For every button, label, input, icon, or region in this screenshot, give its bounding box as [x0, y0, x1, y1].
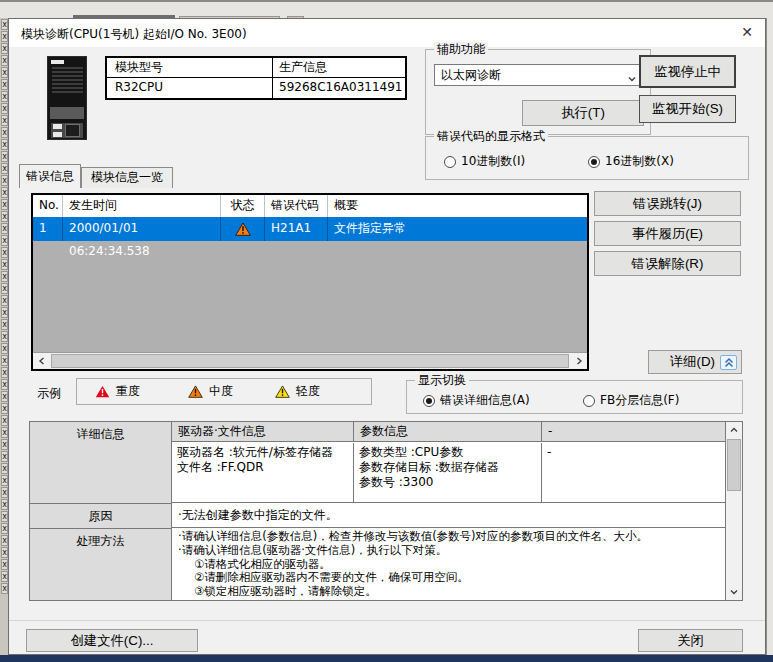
- toolbar-x-icon[interactable]: x: [1, 271, 8, 282]
- toolbar-x-icon[interactable]: x: [1, 499, 8, 510]
- toolbar-x-icon[interactable]: x: [1, 31, 8, 42]
- col-no: No.: [33, 195, 63, 217]
- toolbar-x-icon[interactable]: x: [1, 283, 8, 294]
- radio-checked-icon: [423, 395, 435, 407]
- aux-functions-group: 辅助功能 以太网诊断 执行(T): [425, 49, 651, 135]
- tab-error-info[interactable]: 错误信息: [19, 164, 81, 188]
- toolbar-x-icon[interactable]: x: [1, 43, 8, 54]
- toolbar-x-icon[interactable]: x: [1, 451, 8, 462]
- toolbar-x-icon[interactable]: x: [1, 523, 8, 534]
- row-time: 2000/01/01 06:24:34.538: [63, 217, 221, 241]
- warning-minor-icon: [275, 385, 290, 398]
- radio-fb-hierarchy-label: FB分层信息(F): [600, 392, 679, 409]
- aux-function-select[interactable]: 以太网诊断: [434, 64, 644, 86]
- toolbar-x-icon[interactable]: x: [1, 67, 8, 78]
- horizontal-scrollbar[interactable]: [33, 352, 587, 369]
- toolbar-x-icon[interactable]: x: [1, 19, 8, 30]
- toolbar-x-icon[interactable]: x: [1, 115, 8, 126]
- radio-icon: [444, 156, 456, 168]
- toolbar-x-icon[interactable]: x: [1, 259, 8, 270]
- radio-error-detail-info[interactable]: 错误详细信息(A): [423, 392, 530, 409]
- scroll-down-icon[interactable]: [726, 584, 742, 600]
- detail-toggle-button[interactable]: 详细(D): [648, 350, 742, 374]
- scroll-left-icon[interactable]: [33, 353, 50, 369]
- create-file-button[interactable]: 创建文件(C)...: [26, 629, 198, 652]
- toolbar-x-icon[interactable]: x: [1, 199, 8, 210]
- toolbar-x-icon[interactable]: x: [1, 91, 8, 102]
- scrollbar-thumb[interactable]: [51, 354, 569, 368]
- toolbar-x-icon[interactable]: x: [1, 355, 8, 366]
- toolbar-x-icon[interactable]: x: [1, 175, 8, 186]
- toolbar-x-icon[interactable]: x: [1, 463, 8, 474]
- error-jump-button[interactable]: 错误跳转(J): [594, 191, 741, 216]
- monitor-stop-button[interactable]: 监视停止中: [639, 55, 736, 88]
- scroll-up-icon[interactable]: [726, 422, 742, 438]
- third-header: -: [542, 422, 726, 441]
- toolbar-x-icon[interactable]: x: [1, 379, 8, 390]
- radio-hexadecimal[interactable]: 16进制数(X): [588, 153, 674, 170]
- toolbar-x-icon[interactable]: x: [1, 547, 8, 558]
- toolbar-x-icon[interactable]: x: [1, 475, 8, 486]
- error-list-header: No. 发生时间 状态 错误代码 概要: [33, 195, 587, 217]
- module-model-value: R32CPU: [107, 78, 273, 98]
- action-line: ①请格式化相应的驱动器。: [178, 558, 720, 572]
- toolbar-x-icon[interactable]: x: [1, 439, 8, 450]
- vertical-scrollbar[interactable]: [725, 422, 742, 600]
- action-line: ③锁定相应驱动器时，请解除锁定。: [178, 585, 720, 599]
- toolbar-x-icon[interactable]: x: [1, 319, 8, 330]
- background-window-top: [0, 0, 773, 18]
- production-info-value: 59268C16A0311491: [273, 78, 405, 98]
- toolbar-x-icon[interactable]: x: [1, 151, 8, 162]
- warning-severe-icon: [95, 385, 110, 398]
- table-row[interactable]: 1 2000/01/01 06:24:34.538 H21A1 文件指定异常: [33, 217, 587, 241]
- toolbar-x-icon[interactable]: x: [1, 367, 8, 378]
- toolbar-x-icon[interactable]: x: [1, 415, 8, 426]
- chevron-down-icon: [627, 70, 637, 90]
- toolbar-x-icon[interactable]: x: [1, 187, 8, 198]
- radio-fb-hierarchy[interactable]: FB分层信息(F): [583, 392, 679, 409]
- toolbar-x-icon[interactable]: x: [1, 427, 8, 438]
- footer-separator: [9, 620, 765, 621]
- toolbar-x-icon[interactable]: x: [1, 511, 8, 522]
- toolbar-x-icon[interactable]: x: [1, 55, 8, 66]
- toolbar-x-icon[interactable]: x: [1, 535, 8, 546]
- radio-decimal[interactable]: 10进制数(I): [444, 153, 525, 170]
- toolbar-x-icon[interactable]: x: [1, 307, 8, 318]
- toolbar-x-icon[interactable]: x: [1, 235, 8, 246]
- toolbar-x-icon[interactable]: x: [1, 127, 8, 138]
- module-connector-decor: [51, 123, 83, 138]
- toolbar-x-icon[interactable]: x: [1, 247, 8, 258]
- monitor-start-button[interactable]: 监视开始(S): [639, 95, 736, 123]
- scroll-right-icon[interactable]: [570, 353, 587, 369]
- col-time: 发生时间: [63, 195, 221, 217]
- toolbar-x-icon[interactable]: x: [1, 343, 8, 354]
- action-line: ·请确认详细信息(参数信息)，检查并修改与该数值(参数号)对应的参数项目的文件名…: [178, 530, 720, 544]
- error-clear-button[interactable]: 错误解除(R): [594, 251, 741, 276]
- toolbar-x-icon[interactable]: x: [1, 163, 8, 174]
- toolbar-x-icon[interactable]: x: [1, 559, 8, 570]
- toolbar-x-icon[interactable]: x: [1, 487, 8, 498]
- severity-legend: 重度 中度 轻度: [76, 378, 372, 405]
- scrollbar-thumb[interactable]: [727, 439, 741, 491]
- toolbar-x-icon[interactable]: x: [1, 583, 8, 594]
- toolbar-x-icon[interactable]: x: [1, 139, 8, 150]
- drive-name-line: 驱动器名 :软元件/标签存储器: [177, 445, 348, 460]
- row-code: H21A1: [265, 217, 328, 241]
- execute-button[interactable]: 执行(T): [522, 100, 644, 126]
- toolbar-x-icon[interactable]: x: [1, 403, 8, 414]
- toolbar-x-icon[interactable]: x: [1, 79, 8, 90]
- close-button[interactable]: 关闭: [638, 629, 743, 652]
- toolbar-x-icon[interactable]: x: [1, 211, 8, 222]
- toolbar-x-icon[interactable]: x: [1, 331, 8, 342]
- tab-module-info-list[interactable]: 模块信息一览: [81, 167, 173, 188]
- toolbar-x-icon[interactable]: x: [1, 223, 8, 234]
- toolbar-x-icon[interactable]: x: [1, 103, 8, 114]
- event-history-button[interactable]: 事件履历(E): [594, 221, 741, 246]
- background-status-bar: [0, 655, 773, 662]
- toolbar-x-icon[interactable]: x: [1, 391, 8, 402]
- radio-error-detail-label: 错误详细信息(A): [440, 392, 530, 409]
- close-icon[interactable]: ✕: [741, 24, 753, 40]
- toolbar-x-icon[interactable]: x: [1, 571, 8, 582]
- display-switch-label: 显示切换: [415, 373, 469, 387]
- toolbar-x-icon[interactable]: x: [1, 295, 8, 306]
